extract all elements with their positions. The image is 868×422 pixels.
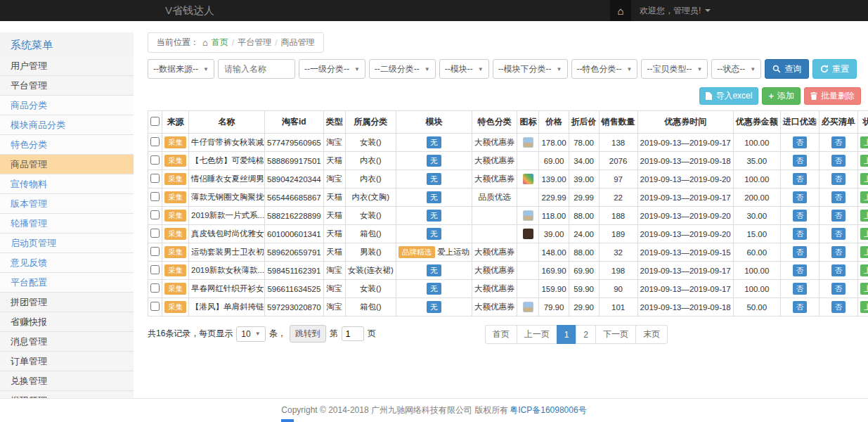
row-checkbox[interactable] — [150, 265, 160, 274]
reset-button[interactable]: 重置 — [812, 59, 857, 79]
row-checkbox[interactable] — [150, 247, 160, 256]
sidebar-item[interactable]: 用户管理 — [0, 56, 134, 76]
sidebar-title: 系统菜单 — [0, 32, 134, 56]
jump-button[interactable]: 跳转到 — [290, 325, 326, 343]
coupon-time-cell: 2019-09-13—2019-09-17 — [637, 188, 733, 207]
page-button[interactable]: 末页 — [635, 325, 668, 344]
filter-select[interactable]: --数据来源--▼ — [148, 59, 214, 79]
batch-delete-button[interactable]: 批量删除 — [804, 87, 861, 105]
page-button[interactable]: 首页 — [485, 325, 517, 344]
sidebar-item[interactable]: 特色分类 — [0, 135, 134, 155]
sidebar-item[interactable]: 轮播管理 — [0, 214, 134, 234]
column-header: 折后价 — [569, 111, 599, 134]
sidebar-item[interactable]: 提现管理 — [0, 391, 134, 398]
filter-select[interactable]: --特色分类--▼ — [571, 59, 638, 79]
must-buy-cell: 否 — [819, 188, 857, 207]
pagination-controls: 首页上一页12下一页末页 — [485, 325, 668, 344]
status-badge: 上架 — [860, 283, 868, 294]
table-row: 采集2019新款女秋薄款...598451162391淘宝女装(连衣裙)无大额优… — [148, 262, 868, 280]
filter-select-value: --一级分类-- — [304, 63, 349, 75]
module-cell: 无 — [396, 225, 472, 243]
user-menu[interactable]: 欢迎您，管理员! — [640, 5, 711, 17]
coupon-time-cell: 2019-09-13—2019-09-17 — [637, 280, 733, 298]
sidebar-item[interactable]: 宣传物料 — [0, 174, 134, 194]
taoke-id-cell: 598451162391 — [265, 262, 324, 280]
status-cell: 上架 — [857, 188, 868, 207]
filter-select[interactable]: --模块下分类--▼ — [493, 59, 568, 79]
add-button[interactable]: + 添加 — [762, 87, 801, 105]
table-header: 来源名称淘客id类型所属分类模块特色分类图标价格折后价销售数量优惠券时间优惠券金… — [148, 111, 868, 134]
row-checkbox[interactable] — [150, 137, 160, 146]
jump-page-input[interactable] — [342, 326, 364, 341]
import-excel-button[interactable]: 导入excel — [699, 87, 758, 105]
status-cell: 上架 — [857, 225, 868, 243]
row-checkbox[interactable] — [150, 174, 160, 183]
filter-select[interactable]: --一级分类--▼ — [299, 59, 365, 79]
filter-select[interactable]: --模块--▼ — [439, 59, 489, 79]
sidebar-item[interactable]: 商品分类 — [0, 96, 134, 115]
filter-select[interactable]: --宝贝类型--▼ — [641, 59, 708, 79]
coupon-amount-cell: 100.00 — [733, 280, 780, 298]
module-badge: 无 — [427, 283, 441, 294]
must-buy-cell: 否 — [819, 152, 857, 170]
sidebar-item[interactable]: 启动页管理 — [0, 234, 134, 253]
sidebar-item[interactable]: 版本管理 — [0, 194, 134, 214]
table-row: 采集牛仔背带裤女秋装减龄...577479560965淘宝女装()无大额优惠券1… — [148, 134, 868, 152]
product-thumbnail — [523, 229, 533, 239]
source-cell: 采集 — [162, 280, 189, 298]
breadcrumb-home-link[interactable]: 首页 — [212, 37, 228, 49]
caret-down-icon: ▼ — [354, 66, 360, 72]
page-button[interactable]: 下一页 — [595, 325, 636, 344]
discount-price-cell: 59.90 — [569, 280, 599, 298]
sidebar-item[interactable]: 模块商品分类 — [0, 115, 134, 135]
sidebar-item[interactable]: 消息管理 — [0, 332, 134, 352]
must-buy-cell: 否 — [819, 280, 857, 298]
horizontal-scrollbar-thumb[interactable] — [281, 419, 294, 422]
status-cell: 上架 — [857, 207, 868, 225]
query-button[interactable]: 查询 — [765, 59, 809, 79]
per-page-value: 10 — [241, 329, 250, 339]
sidebar-item[interactable]: 平台配置 — [0, 273, 134, 293]
sidebar-item[interactable]: 兑换管理 — [0, 371, 134, 391]
row-checkbox[interactable] — [150, 229, 160, 238]
source-badge: 采集 — [164, 136, 186, 148]
row-checkbox[interactable] — [150, 283, 160, 293]
source-badge: 采集 — [164, 191, 186, 203]
row-checkbox[interactable] — [150, 155, 160, 165]
filter-select[interactable]: --状态--▼ — [711, 59, 761, 79]
sidebar-item[interactable]: 商品管理 — [0, 155, 134, 174]
imported-badge: 否 — [793, 136, 808, 148]
jump-pre-label: 第 — [330, 328, 338, 340]
filter-select[interactable]: --二级分类--▼ — [369, 59, 436, 79]
home-button[interactable]: ⌂ — [610, 0, 631, 21]
type-cell: 淘宝 — [323, 262, 345, 280]
sidebar-item[interactable]: 平台管理 — [0, 76, 134, 96]
row-checkbox[interactable] — [150, 210, 160, 219]
taoke-id-cell: 588216228899 — [265, 207, 324, 225]
sidebar-item[interactable]: 省赚快报 — [0, 312, 134, 332]
sales-count-cell: 138 — [599, 134, 637, 152]
page-button[interactable]: 2 — [576, 325, 596, 344]
sidebar-item[interactable]: 订单管理 — [0, 352, 134, 371]
trash-icon — [810, 92, 817, 100]
row-checkbox[interactable] — [150, 192, 160, 201]
icp-link[interactable]: 粤ICP备16098006号 — [510, 404, 586, 416]
sidebar-item[interactable]: 拼团管理 — [0, 293, 134, 312]
type-cell: 淘宝 — [323, 298, 345, 316]
page-button[interactable]: 上一页 — [517, 325, 557, 344]
filter-bar: --数据来源--▼ --一级分类--▼--二级分类--▼--模块--▼--模块下… — [148, 59, 861, 79]
category-cell: 男装() — [345, 243, 396, 262]
select-all-checkbox[interactable] — [150, 117, 160, 126]
page-button[interactable]: 1 — [557, 325, 577, 344]
column-header: 优惠券时间 — [637, 111, 733, 134]
name-search-input[interactable] — [218, 59, 295, 79]
discount-price-cell: 88.00 — [569, 243, 599, 262]
status-cell: 上架 — [857, 280, 868, 298]
category-cell: 女装() — [345, 280, 396, 298]
status-badge: 上架 — [860, 301, 868, 312]
per-page-select[interactable]: 10 ▼ — [236, 326, 265, 342]
breadcrumb-label: 当前位置： — [157, 37, 199, 49]
row-checkbox[interactable] — [150, 302, 160, 311]
sidebar-item[interactable]: 意见反馈 — [0, 253, 134, 273]
discount-price-cell: 24.00 — [569, 225, 599, 243]
